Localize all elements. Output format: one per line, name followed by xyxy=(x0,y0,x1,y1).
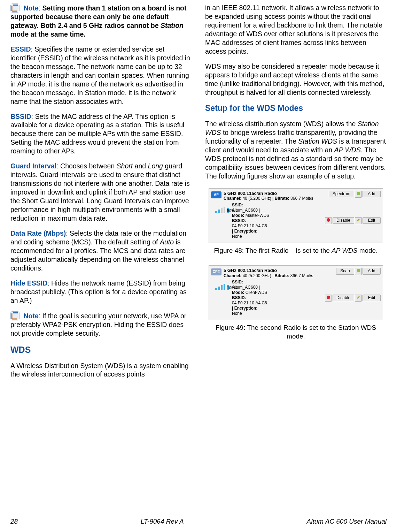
term-hide: Hide ESSID xyxy=(10,279,47,287)
radio-header: 5 GHz 802.11ac/an Radio xyxy=(224,268,336,273)
svg-point-7 xyxy=(327,296,330,299)
wds-cont: in an IEEE 802.11 network. It allows a w… xyxy=(205,3,387,56)
figure-48-caption: Figure 48: The first Radio is set to the… xyxy=(209,246,383,255)
radio-meta: Channel: 40 (5.200 GHz) | Bitrate: 866.7… xyxy=(224,196,329,201)
svg-rect-4 xyxy=(357,192,360,195)
network-details: SSID: Altum_AC600 | Mode: Master-WDS BSS… xyxy=(232,203,325,239)
page-body: Note: Setting more than 1 station on a b… xyxy=(0,0,397,406)
figure-48: AP 5 GHz 802.11ac/an Radio Channel: 40 (… xyxy=(209,188,383,255)
page-number: 28 xyxy=(10,517,18,526)
hide-para: Hide ESSID: Hides the network name (ESSI… xyxy=(10,279,192,305)
wds-repeater: WDS may also be considered a repeater mo… xyxy=(205,62,387,97)
edit-icon-button[interactable] xyxy=(355,217,362,224)
radio-header: 5 GHz 802.11ac/an Radio xyxy=(224,191,329,196)
term-bssid: BSSID xyxy=(10,113,31,120)
note-icon xyxy=(10,3,20,13)
disable-icon-button[interactable] xyxy=(325,295,332,302)
signal-icon: 50% xyxy=(215,203,230,213)
scan-button[interactable]: Scan xyxy=(336,268,354,274)
note-label: Note xyxy=(23,312,38,320)
add-button[interactable]: Add xyxy=(363,268,381,274)
cpe-badge: CPE xyxy=(211,268,221,275)
figure-49: CPE 5 GHz 802.11ac/an Radio Channel: 40 … xyxy=(209,265,383,341)
note-station: Note: Setting more than 1 station on a b… xyxy=(10,3,192,39)
svg-point-5 xyxy=(327,218,330,222)
figure-49-caption: Figure 49: The second Radio is set to th… xyxy=(209,324,383,341)
term-rate: Data Rate (Mbps) xyxy=(10,229,66,237)
right-column: in an IEEE 802.11 network. It allows a w… xyxy=(205,3,387,385)
disable-button[interactable]: Disable xyxy=(333,295,354,301)
doc-rev: LT-9064 Rev A xyxy=(141,517,184,526)
svg-rect-3 xyxy=(13,312,18,313)
term-essid: ESSID xyxy=(10,45,31,53)
network-details: SSID: Altum_AC600 | Mode: Client-WDS BSS… xyxy=(232,280,325,316)
svg-rect-1 xyxy=(13,5,18,6)
wds-heading: WDS xyxy=(10,344,192,355)
note-security: Note: If the goal is securing your netwo… xyxy=(10,311,192,338)
add-icon-button[interactable] xyxy=(355,191,362,198)
essid-para: ESSID: Specifies the name or extended se… xyxy=(10,45,192,106)
note-icon xyxy=(10,311,20,320)
signal-icon: 100% xyxy=(215,280,230,290)
left-column: Note: Setting more than 1 station on a b… xyxy=(10,3,192,385)
bssid-para: BSSID: Sets the MAC address of the AP. T… xyxy=(10,112,192,156)
rate-para: Data Rate (Mbps): Selects the data rate … xyxy=(10,229,192,273)
svg-rect-6 xyxy=(357,269,360,272)
note-label: Note xyxy=(23,4,38,12)
term-guard: Guard Interval xyxy=(10,162,56,170)
wds-setup-para: The wireless distribution system (WDS) a… xyxy=(205,120,387,181)
edit-icon-button[interactable] xyxy=(355,295,362,302)
radio-meta: Channel: 40 (5.200 GHz) | Bitrate: 866.7… xyxy=(224,273,336,278)
page-footer: 28 LT-9064 Rev A Altum AC 600 User Manua… xyxy=(10,517,387,526)
wds-setup-heading: Setup for the WDS Modes xyxy=(205,103,387,113)
add-button[interactable]: Add xyxy=(363,191,381,197)
doc-title: Altum AC 600 User Manual xyxy=(306,517,387,526)
add-icon-button[interactable] xyxy=(355,268,362,275)
edit-button[interactable]: Edit xyxy=(363,295,381,301)
figure-49-frame: CPE 5 GHz 802.11ac/an Radio Channel: 40 … xyxy=(209,265,383,320)
wds-intro: A Wireless Distribution System (WDS) is … xyxy=(10,362,192,379)
spectrum-button[interactable]: Spectrum xyxy=(329,191,354,197)
figure-48-frame: AP 5 GHz 802.11ac/an Radio Channel: 40 (… xyxy=(209,188,383,243)
edit-button[interactable]: Edit xyxy=(363,217,381,224)
disable-button[interactable]: Disable xyxy=(333,217,354,224)
ap-badge: AP xyxy=(211,191,221,198)
guard-para: Guard Interval: Chooses between Short an… xyxy=(10,162,192,223)
disable-icon-button[interactable] xyxy=(325,217,332,224)
